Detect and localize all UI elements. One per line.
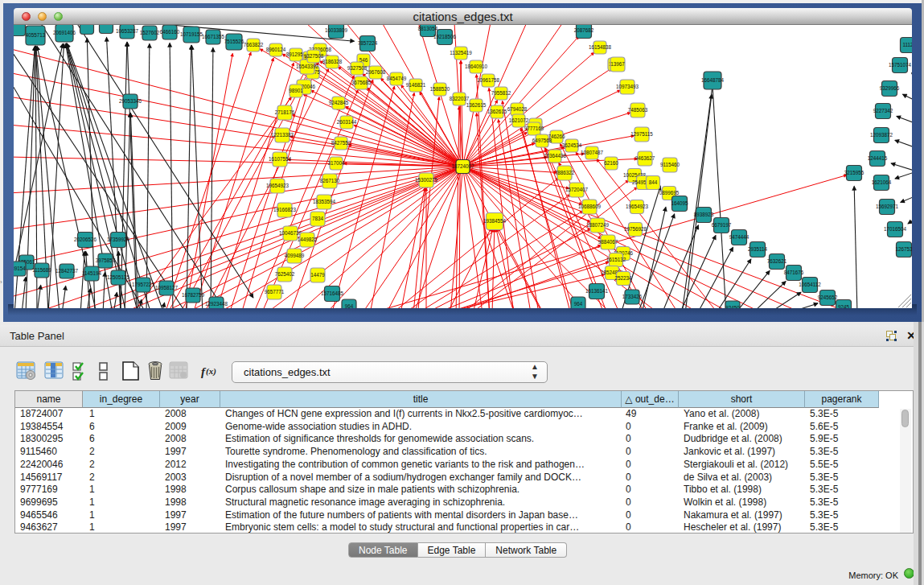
- svg-text:16033809: 16033809: [325, 27, 348, 33]
- svg-text:19654923: 19654923: [266, 183, 290, 188]
- svg-text:9777169: 9777169: [524, 126, 544, 131]
- svg-text:0899695: 0899695: [659, 190, 680, 196]
- svg-text:9884067: 9884067: [598, 239, 618, 245]
- svg-text:1621064: 1621064: [872, 179, 892, 185]
- svg-text:7485063: 7485063: [628, 107, 648, 113]
- svg-text:7857224: 7857224: [358, 40, 378, 46]
- svg-text:3975857: 3975857: [96, 257, 116, 263]
- svg-text:7515526: 7515526: [224, 39, 244, 44]
- svg-text:3624534: 3624534: [562, 142, 582, 148]
- svg-text:10961758: 10961758: [477, 77, 500, 83]
- svg-text:15716485: 15716485: [321, 290, 344, 296]
- svg-text:9474444: 9474444: [729, 234, 749, 240]
- svg-text:9657771: 9657771: [265, 289, 285, 295]
- svg-text:7632621: 7632621: [767, 258, 787, 264]
- svg-text:252234: 252234: [614, 275, 632, 281]
- svg-text:7625402: 7625402: [275, 271, 295, 277]
- svg-text:10719155: 10719155: [180, 31, 203, 37]
- svg-text:8186328: 8186328: [322, 59, 343, 64]
- svg-text:62160: 62160: [604, 160, 618, 166]
- svg-text:8322037: 8322037: [450, 96, 470, 101]
- svg-text:9115460: 9115460: [660, 162, 680, 167]
- svg-text:11325419: 11325419: [450, 50, 472, 56]
- svg-text:1615132: 1615132: [606, 257, 626, 262]
- svg-text:6794028: 6794028: [507, 106, 528, 112]
- svg-text:14479: 14479: [310, 272, 325, 278]
- svg-text:1733426: 1733426: [622, 294, 643, 299]
- svg-text:964: 964: [345, 303, 354, 308]
- svg-text:317004: 317004: [327, 160, 345, 166]
- svg-text:126753: 126753: [895, 246, 912, 252]
- svg-text:9227342: 9227342: [873, 108, 893, 113]
- svg-text:29053346: 29053346: [119, 98, 142, 104]
- svg-text:1115689: 1115689: [32, 267, 51, 273]
- svg-text:8938923: 8938923: [694, 212, 714, 217]
- svg-text:164095: 164095: [671, 200, 688, 206]
- svg-text:2967608: 2967608: [366, 69, 386, 75]
- svg-text:13967: 13967: [610, 61, 625, 67]
- svg-text:20364436: 20364436: [544, 153, 567, 159]
- svg-text:10046736: 10046736: [279, 230, 302, 236]
- svg-text:12923448: 12923448: [205, 301, 228, 307]
- svg-text:9245: 9245: [838, 304, 850, 308]
- svg-text:19654923: 19654923: [626, 204, 649, 209]
- svg-text:10654112: 10654112: [799, 282, 821, 287]
- svg-text:3215955: 3215955: [844, 170, 864, 175]
- svg-text:15136141: 15136141: [585, 288, 609, 294]
- svg-text:9245652: 9245652: [818, 295, 838, 300]
- svg-text:16154838: 16154838: [589, 44, 612, 50]
- svg-text:1621072: 1621072: [509, 117, 529, 123]
- svg-text:2718176: 2718176: [275, 109, 295, 115]
- svg-text:8454749: 8454749: [387, 76, 407, 81]
- svg-text:19166823: 19166823: [273, 207, 297, 212]
- svg-text:15300275: 15300275: [415, 177, 438, 183]
- svg-text:9327508: 9327508: [347, 65, 368, 71]
- svg-text:8427552: 8427552: [331, 140, 351, 146]
- svg-text:7834: 7834: [312, 216, 324, 221]
- svg-text:18353594: 18353594: [313, 199, 336, 204]
- svg-text:12505135: 12505135: [107, 274, 130, 280]
- svg-text:16782759: 16782759: [182, 292, 205, 298]
- svg-text:6497568: 6497568: [532, 138, 552, 143]
- svg-text:9463627: 9463627: [635, 155, 655, 161]
- svg-text:19384554: 19384554: [483, 218, 507, 224]
- svg-text:92450: 92450: [725, 305, 740, 308]
- svg-text:844: 844: [649, 179, 658, 185]
- svg-text:1145194: 1145194: [82, 270, 102, 276]
- svg-text:15692971: 15692971: [876, 204, 899, 209]
- svg-text:12213383: 12213383: [271, 132, 294, 138]
- svg-text:9146821: 9146821: [406, 82, 426, 88]
- svg-text:18724007: 18724007: [451, 163, 474, 169]
- svg-text:9327508: 9327508: [304, 53, 324, 59]
- svg-text:2087682: 2087682: [574, 27, 594, 33]
- svg-text:7663822: 7663822: [244, 42, 264, 47]
- svg-text:15751074: 15751074: [889, 62, 912, 68]
- svg-text:16648784: 16648784: [701, 77, 725, 83]
- svg-text:12093872: 12093872: [870, 132, 893, 138]
- svg-text:7955812: 7955812: [491, 90, 511, 96]
- svg-text:17957223: 17957223: [132, 282, 155, 287]
- svg-text:4099489: 4099489: [285, 253, 305, 258]
- svg-text:8267130: 8267130: [320, 178, 340, 183]
- svg-text:8471676: 8471676: [784, 270, 804, 275]
- svg-text:1449822: 1449822: [298, 237, 318, 242]
- svg-text:1244415: 1244415: [868, 155, 888, 161]
- svg-text:15720407: 15720407: [565, 187, 589, 192]
- svg-text:18640910: 18640910: [465, 64, 488, 69]
- svg-text:20691406: 20691406: [53, 30, 76, 35]
- svg-text:19218506: 19218506: [433, 34, 457, 39]
- svg-text:16107554: 16107554: [269, 156, 292, 162]
- svg-text:9329966: 9329966: [880, 85, 900, 91]
- svg-text:7886322: 7886322: [555, 170, 575, 175]
- svg-text:2603144: 2603144: [337, 119, 357, 125]
- svg-text:(x): (x): [206, 366, 216, 377]
- svg-text:12842737: 12842737: [55, 268, 79, 274]
- svg-text:10973493: 10973493: [616, 84, 639, 89]
- svg-text:964: 964: [574, 301, 583, 307]
- svg-text:1527602: 1527602: [140, 30, 160, 35]
- svg-text:17359924: 17359924: [107, 237, 130, 242]
- svg-text:18807249: 18807249: [586, 222, 610, 228]
- svg-text:98901: 98901: [289, 88, 303, 93]
- svg-text:1362615: 1362615: [466, 102, 487, 108]
- svg-text:8960124: 8960124: [266, 47, 286, 52]
